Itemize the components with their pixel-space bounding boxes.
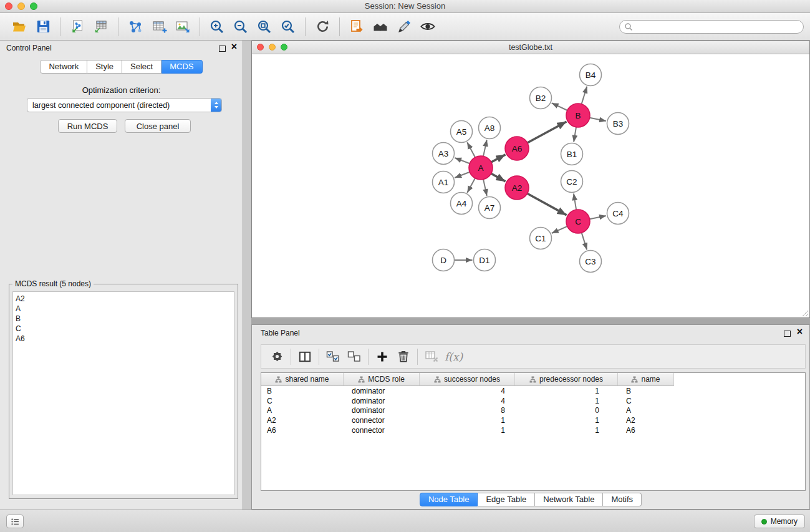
edge-B-B4[interactable] — [582, 87, 587, 104]
close-window-button[interactable] — [5, 2, 12, 10]
column-header-shared-name[interactable]: shared name — [261, 373, 344, 385]
delete-table-button[interactable] — [421, 347, 442, 367]
export-image-button[interactable] — [171, 15, 195, 39]
delete-column-button[interactable] — [393, 347, 414, 367]
node-A2[interactable]: A2 — [505, 176, 529, 200]
node-A1[interactable]: A1 — [433, 172, 455, 193]
edge-A-A1[interactable] — [455, 172, 470, 178]
node-C3[interactable]: C3 — [580, 251, 602, 273]
edge-A-A7[interactable] — [483, 180, 487, 196]
node-B4[interactable]: B4 — [580, 64, 602, 86]
import-table-from-file-button[interactable] — [89, 15, 113, 39]
deselect-all-button[interactable] — [344, 347, 365, 367]
column-header-predecessor-nodes[interactable]: predecessor nodes — [515, 373, 618, 385]
zoom-in-button[interactable] — [205, 15, 229, 39]
minimize-network-window-button[interactable] — [269, 44, 276, 51]
result-item[interactable]: A2 — [16, 294, 231, 304]
edge-B-B3[interactable] — [590, 118, 606, 121]
node-C4[interactable]: C4 — [607, 203, 629, 225]
edge-A-A3[interactable] — [455, 158, 470, 163]
home-views-button[interactable] — [369, 15, 392, 39]
run-mcds-button[interactable]: Run MCDS — [58, 119, 117, 133]
document-export-button[interactable] — [345, 15, 369, 39]
network-canvas[interactable]: B4B2BB3A5A8A6B1A3AC2A1A2A4A7C4CC1C3DD1 — [252, 54, 809, 317]
tab-mcds[interactable]: MCDS — [162, 60, 202, 74]
result-item[interactable]: A6 — [16, 334, 231, 344]
tab-edge-table[interactable]: Edge Table — [478, 493, 535, 506]
zoom-selected-button[interactable] — [276, 15, 300, 39]
zoom-network-window-button[interactable] — [281, 44, 287, 51]
table-row[interactable]: Adominator80A — [261, 406, 805, 416]
node-D[interactable]: D — [433, 249, 455, 271]
result-item[interactable]: B — [16, 314, 231, 324]
result-item[interactable]: C — [16, 324, 231, 334]
add-column-button[interactable] — [372, 347, 393, 367]
annotation-pen-button[interactable] — [392, 15, 416, 39]
select-all-button[interactable] — [322, 347, 344, 367]
node-B3[interactable]: B3 — [607, 113, 629, 135]
close-panel-icon[interactable]: × — [231, 41, 237, 52]
tab-style[interactable]: Style — [87, 60, 122, 74]
optimization-criterion-select[interactable]: largest connected component (directed) — [27, 98, 222, 112]
edge-B-B1[interactable] — [574, 127, 576, 142]
tab-motifs[interactable]: Motifs — [603, 493, 642, 506]
close-panel-button[interactable]: Close panel — [125, 119, 191, 133]
edge-A-A2[interactable] — [491, 173, 506, 181]
column-header-successor-nodes[interactable]: successor nodes — [420, 373, 515, 385]
node-B1[interactable]: B1 — [561, 143, 583, 165]
node-C[interactable]: C — [566, 210, 590, 233]
edge-A-A4[interactable] — [467, 178, 475, 193]
edge-C-C4[interactable] — [590, 216, 606, 219]
refresh-button[interactable] — [311, 15, 334, 39]
float-table-panel-icon[interactable] — [784, 331, 791, 337]
new-table-button[interactable] — [147, 15, 171, 39]
panel-splitter[interactable] — [243, 41, 251, 510]
table-settings-button[interactable] — [266, 347, 287, 367]
search-input[interactable] — [633, 21, 803, 33]
import-network-from-file-button[interactable] — [65, 15, 89, 39]
table-row[interactable]: Bdominator41B — [261, 386, 805, 396]
mcds-result-list[interactable]: A2ABCA6 — [12, 291, 234, 495]
node-A7[interactable]: A7 — [479, 197, 501, 219]
table-row[interactable]: A6connector11A6 — [261, 425, 805, 435]
edge-A2-C[interactable] — [528, 193, 567, 215]
node-C1[interactable]: C1 — [530, 228, 552, 249]
show-hide-button[interactable] — [416, 15, 440, 39]
tab-node-table[interactable]: Node Table — [420, 493, 478, 506]
minimize-window-button[interactable] — [17, 2, 25, 10]
edge-C-C1[interactable] — [552, 226, 567, 233]
node-A5[interactable]: A5 — [451, 121, 473, 143]
node-B[interactable]: B — [566, 104, 590, 127]
edge-A6-B[interactable] — [528, 122, 567, 143]
task-history-button[interactable] — [6, 515, 24, 528]
edge-C-C3[interactable] — [582, 233, 587, 249]
table-row[interactable]: A2connector11A2 — [261, 415, 805, 425]
search-box[interactable] — [619, 20, 804, 34]
node-C2[interactable]: C2 — [561, 171, 583, 193]
network-window-titlebar[interactable]: testGlobe.txt — [252, 41, 809, 54]
memory-button[interactable]: Memory — [754, 515, 805, 528]
close-network-window-button[interactable] — [257, 44, 264, 51]
tab-network[interactable]: Network — [40, 60, 87, 74]
save-session-button[interactable] — [31, 15, 55, 39]
close-table-panel-icon[interactable]: × — [797, 326, 803, 337]
edge-A-A8[interactable] — [483, 140, 487, 156]
column-header-mcds-role[interactable]: MCDS role — [344, 373, 420, 385]
open-session-button[interactable] — [7, 15, 31, 39]
function-builder-button[interactable]: f(x) — [442, 351, 463, 363]
node-A8[interactable]: A8 — [479, 117, 501, 139]
resize-grip-icon[interactable] — [801, 309, 809, 317]
edge-B-B2[interactable] — [552, 103, 567, 110]
edge-A-A5[interactable] — [467, 142, 475, 157]
zoom-window-button[interactable] — [30, 2, 37, 10]
node-A4[interactable]: A4 — [451, 193, 473, 215]
new-network-button[interactable] — [123, 15, 147, 39]
node-A3[interactable]: A3 — [433, 143, 455, 165]
edge-C-C2[interactable] — [574, 193, 576, 210]
tab-select[interactable]: Select — [122, 60, 162, 74]
node-B2[interactable]: B2 — [530, 87, 552, 109]
zoom-out-button[interactable] — [229, 15, 253, 39]
node-D1[interactable]: D1 — [474, 249, 496, 271]
edge-A-A6[interactable] — [491, 155, 506, 162]
tab-network-table[interactable]: Network Table — [535, 493, 603, 506]
